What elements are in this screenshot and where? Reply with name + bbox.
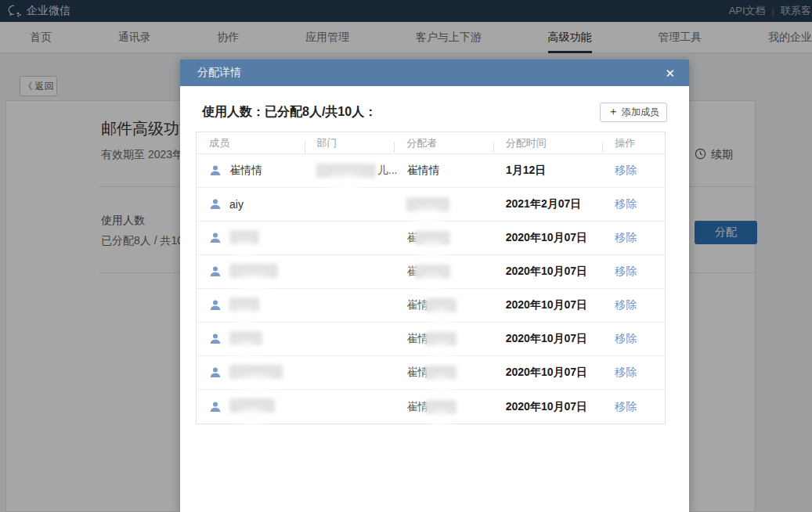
person-icon bbox=[209, 232, 222, 244]
table-row: 崔情 2020年10月07日 移除 bbox=[197, 289, 665, 323]
action-cell: 移除 bbox=[602, 231, 665, 245]
table-row: 崔情情 儿... 崔情情 1月12日 移除 bbox=[197, 154, 665, 188]
assigner-name: 崔情情 bbox=[406, 164, 439, 178]
member-name bbox=[229, 264, 278, 280]
table-row: 崔 2020年10月07日 移除 bbox=[197, 222, 665, 255]
assign-date: 2020年10月07日 bbox=[506, 332, 587, 346]
table-row: aiy 2021年2月07日 移除 bbox=[197, 188, 665, 222]
table-row: 崔 2020年10月07日 移除 bbox=[197, 255, 665, 289]
column-header-department: 部门 bbox=[305, 136, 395, 150]
redacted-blur bbox=[425, 366, 457, 380]
assigner-cell: 崔情 bbox=[394, 332, 493, 346]
assign-time-cell: 2020年10月07日 bbox=[493, 332, 603, 346]
members-table: 成员 部门 分配者 分配时间 操作 崔情情 儿... 崔情情 1月12日 移除 … bbox=[196, 132, 666, 424]
member-cell bbox=[197, 297, 305, 314]
member-name bbox=[229, 297, 259, 314]
assigner-cell bbox=[394, 197, 493, 211]
assign-date: 2020年10月07日 bbox=[506, 400, 587, 414]
close-icon[interactable]: ✕ bbox=[662, 64, 678, 82]
assigner-cell: 崔情 bbox=[394, 298, 493, 312]
assign-time-cell: 2020年10月07日 bbox=[493, 366, 603, 380]
action-cell: 移除 bbox=[602, 197, 665, 211]
assign-date: 2021年2月07日 bbox=[506, 197, 582, 211]
action-cell: 移除 bbox=[602, 332, 665, 346]
redacted-blur bbox=[229, 230, 259, 244]
assignment-details-modal: 分配详情 ✕ 使用人数：已分配8人/共10人： ＋ 添加成员 成员 部门 分配者… bbox=[180, 59, 689, 512]
remove-link[interactable]: 移除 bbox=[615, 366, 637, 380]
redacted-blur bbox=[229, 297, 259, 312]
assign-date: 1月12日 bbox=[506, 164, 546, 178]
redacted-blur bbox=[229, 264, 278, 278]
member-name bbox=[229, 365, 283, 381]
redacted-blur bbox=[406, 197, 449, 211]
remove-link[interactable]: 移除 bbox=[615, 400, 637, 414]
redacted-blur bbox=[425, 332, 457, 346]
remove-link[interactable]: 移除 bbox=[615, 197, 637, 211]
person-icon bbox=[209, 299, 222, 312]
assign-time-cell: 2020年10月07日 bbox=[493, 231, 603, 245]
person-icon bbox=[209, 198, 222, 211]
table-row: 崔情 2020年10月07日 移除 bbox=[197, 356, 665, 390]
table-row: 崔情 2020年10月07日 移除 bbox=[197, 390, 665, 424]
assign-time-cell: 2021年2月07日 bbox=[493, 197, 603, 211]
assign-date: 2020年10月07日 bbox=[506, 231, 587, 245]
member-cell bbox=[197, 264, 305, 280]
member-cell bbox=[197, 398, 305, 415]
assigner-cell: 崔情 bbox=[394, 400, 493, 414]
modal-title: 分配详情 bbox=[197, 66, 241, 80]
member-cell bbox=[197, 230, 305, 247]
assign-date: 2020年10月07日 bbox=[506, 366, 587, 380]
add-member-button[interactable]: ＋ 添加成员 bbox=[600, 103, 667, 122]
assign-time-cell: 2020年10月07日 bbox=[493, 265, 603, 279]
assign-time-cell: 2020年10月07日 bbox=[493, 400, 603, 414]
redacted-blur bbox=[229, 365, 283, 379]
redacted-blur bbox=[316, 164, 375, 178]
member-name bbox=[229, 230, 259, 247]
remove-link[interactable]: 移除 bbox=[615, 332, 637, 346]
table-header-row: 成员 部门 分配者 分配时间 操作 bbox=[197, 132, 665, 154]
person-icon bbox=[209, 265, 222, 278]
person-icon bbox=[209, 333, 222, 345]
person-icon bbox=[209, 366, 222, 379]
column-header-assigner: 分配者 bbox=[394, 136, 493, 150]
member-cell: 崔情情 bbox=[197, 164, 304, 178]
action-cell: 移除 bbox=[602, 366, 665, 380]
column-header-action: 操作 bbox=[602, 136, 665, 150]
department-cell: 儿... bbox=[304, 164, 394, 178]
member-cell bbox=[197, 331, 305, 348]
remove-link[interactable]: 移除 bbox=[615, 164, 637, 178]
add-member-label: 添加成员 bbox=[622, 106, 659, 119]
column-header-assign-time: 分配时间 bbox=[493, 136, 603, 150]
assigner-cell: 崔 bbox=[394, 231, 493, 245]
redacted-blur bbox=[414, 265, 450, 279]
modal-header: 分配详情 ✕ bbox=[180, 59, 689, 86]
redacted-blur bbox=[425, 298, 457, 312]
action-cell: 移除 bbox=[602, 265, 665, 279]
assign-time-cell: 1月12日 bbox=[493, 164, 602, 178]
member-cell bbox=[197, 365, 305, 381]
member-cell: aiy bbox=[197, 198, 305, 211]
assign-date: 2020年10月07日 bbox=[506, 298, 587, 312]
action-cell: 移除 bbox=[602, 298, 665, 312]
redacted-blur bbox=[414, 231, 450, 245]
member-name bbox=[229, 331, 262, 348]
assign-time-cell: 2020年10月07日 bbox=[493, 298, 603, 312]
remove-link[interactable]: 移除 bbox=[615, 265, 637, 279]
assigner-cell: 崔情 bbox=[394, 366, 493, 380]
table-row: 崔情 2020年10月07日 移除 bbox=[197, 323, 665, 356]
action-cell: 移除 bbox=[602, 164, 665, 178]
assigner-cell: 崔情情 bbox=[394, 164, 493, 178]
member-name: aiy bbox=[229, 198, 244, 211]
redacted-blur bbox=[425, 400, 457, 414]
redacted-blur bbox=[229, 398, 275, 413]
remove-link[interactable]: 移除 bbox=[615, 298, 637, 312]
person-icon bbox=[209, 164, 222, 177]
member-name: 崔情情 bbox=[229, 164, 262, 178]
assigner-cell: 崔 bbox=[394, 265, 493, 279]
plus-icon: ＋ bbox=[608, 105, 619, 119]
remove-link[interactable]: 移除 bbox=[615, 231, 637, 245]
member-name bbox=[229, 398, 275, 415]
assign-date: 2020年10月07日 bbox=[506, 265, 587, 279]
person-icon bbox=[209, 401, 222, 413]
action-cell: 移除 bbox=[602, 400, 665, 414]
